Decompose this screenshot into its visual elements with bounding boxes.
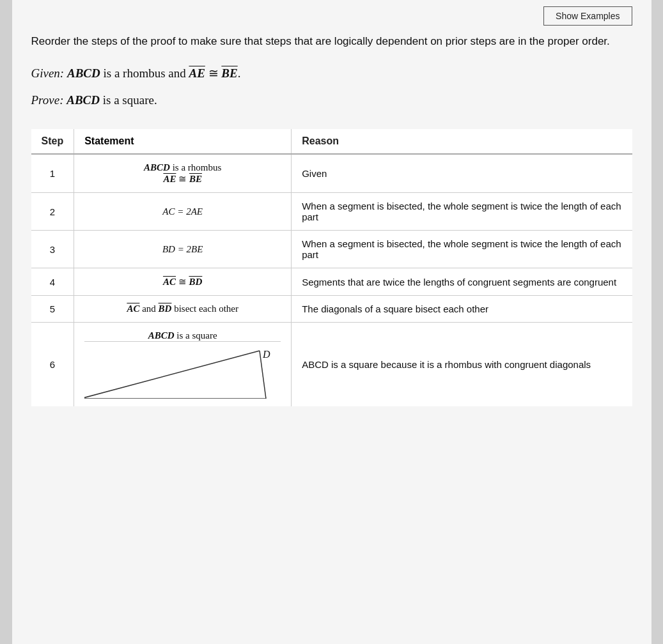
prove-content: ABCD is a square. bbox=[66, 93, 157, 107]
diagram-svg: D A bbox=[84, 348, 281, 399]
table-row: 5 AC and BD bisect each other The diagon… bbox=[31, 296, 632, 323]
svg-text:D: D bbox=[262, 349, 270, 360]
table-row: 1 ABCD is a rhombus AE ≅ BE Given bbox=[31, 154, 632, 193]
given-content: ABCD is a rhombus and AE ≅ BE. bbox=[67, 66, 241, 80]
step-1: 1 bbox=[31, 154, 74, 193]
proof-table: Step Statement Reason 1 ABCD is a rhombu… bbox=[31, 129, 632, 406]
reason-4: Segments that are twice the lengths of c… bbox=[292, 268, 632, 296]
diagram-area: D A bbox=[84, 341, 281, 399]
prove-label: Prove: bbox=[31, 93, 64, 107]
statement-4-text: AC ≅ BD bbox=[163, 277, 202, 287]
statement-1-text: ABCD is a rhombus AE ≅ BE bbox=[144, 162, 221, 184]
statement-5-text: AC and BD bisect each other bbox=[127, 303, 238, 314]
reason-3: When a segment is bisected, the whole se… bbox=[292, 231, 632, 268]
step-3: 3 bbox=[31, 231, 74, 268]
table-row: 3 BD = 2BE When a segment is bisected, t… bbox=[31, 231, 632, 268]
statement-6: ABCD is a square D A bbox=[74, 323, 292, 407]
top-bar: Show Examples bbox=[31, 6, 632, 26]
page: Show Examples Reorder the steps of the p… bbox=[12, 0, 651, 644]
table-row: 2 AC = 2AE When a segment is bisected, t… bbox=[31, 193, 632, 231]
statement-5: AC and BD bisect each other bbox=[74, 296, 292, 323]
header-step: Step bbox=[31, 129, 74, 154]
svg-line-1 bbox=[84, 351, 260, 399]
table-row: 4 AC ≅ BD Segments that are twice the le… bbox=[31, 268, 632, 296]
given-statement: Given: ABCD is a rhombus and AE ≅ BE. bbox=[31, 64, 632, 83]
reason-1: Given bbox=[292, 154, 632, 193]
prove-statement: Prove: ABCD is a square. bbox=[31, 91, 632, 110]
statement-6-text: ABCD is a square bbox=[148, 330, 217, 341]
step-5: 5 bbox=[31, 296, 74, 323]
given-prove-section: Given: ABCD is a rhombus and AE ≅ BE. Pr… bbox=[31, 64, 632, 111]
instruction-text: Reorder the steps of the proof to make s… bbox=[31, 33, 632, 50]
show-examples-button[interactable]: Show Examples bbox=[543, 6, 632, 26]
reason-2: When a segment is bisected, the whole se… bbox=[292, 193, 632, 231]
step-4: 4 bbox=[31, 268, 74, 296]
statement-1: ABCD is a rhombus AE ≅ BE bbox=[74, 154, 292, 193]
statement-2: AC = 2AE bbox=[74, 193, 292, 231]
header-statement: Statement bbox=[74, 129, 292, 154]
given-label: Given: bbox=[31, 66, 65, 80]
statement-3: BD = 2BE bbox=[74, 231, 292, 268]
table-row: 6 ABCD is a square D A bbox=[31, 323, 632, 407]
statement-4: AC ≅ BD bbox=[74, 268, 292, 296]
statement-2-text: AC = 2AE bbox=[162, 206, 203, 217]
step-2: 2 bbox=[31, 193, 74, 231]
header-reason: Reason bbox=[292, 129, 632, 154]
reason-5: The diagonals of a square bisect each ot… bbox=[292, 296, 632, 323]
step-6: 6 bbox=[31, 323, 74, 407]
reason-6: ABCD is a square because it is a rhombus… bbox=[292, 323, 632, 407]
statement-3-text: BD = 2BE bbox=[162, 244, 203, 254]
